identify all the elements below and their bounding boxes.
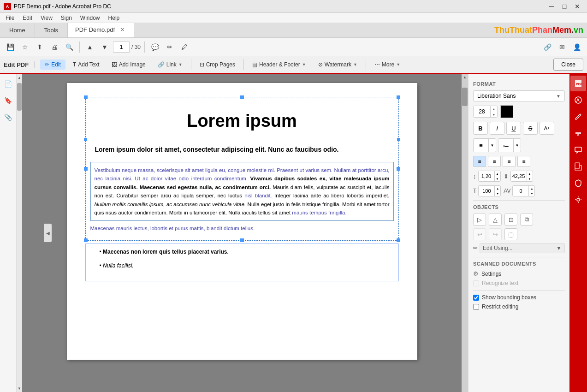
comment-btn[interactable]: 💬 — [148, 41, 161, 53]
tab-home[interactable]: Home — [0, 23, 35, 37]
superscript-btn[interactable]: A+ — [540, 122, 554, 135]
text-color-box[interactable] — [500, 105, 513, 118]
selected-text-box[interactable]: Lorem ipsum Lorem ipsum dolor sit amet, … — [85, 97, 399, 241]
kerning-input[interactable]: ▲ ▼ — [512, 185, 535, 196]
search-btn[interactable]: 🔍 — [63, 41, 76, 53]
handle-inner-left[interactable] — [84, 138, 87, 141]
strip-share-btn[interactable]: A — [570, 92, 586, 108]
pdf-right-scrollbar[interactable]: ▲ — [462, 74, 468, 392]
line-spacing-value[interactable] — [479, 171, 494, 181]
scale-input[interactable]: ▲ ▼ — [478, 185, 501, 196]
underline-btn[interactable]: U — [506, 122, 521, 135]
strip-comment-btn[interactable] — [570, 142, 586, 158]
line-spacing-spin[interactable]: ▲ ▼ — [494, 171, 500, 181]
para-spacing-value[interactable] — [511, 171, 527, 181]
body-text-box[interactable]: Vestibulum neque massa, scelerisque sit … — [90, 162, 394, 221]
save-btn[interactable]: 💾 — [4, 41, 17, 53]
edit-tool-link[interactable]: 🔗 Link ▼ — [153, 59, 187, 70]
edit-tool-header[interactable]: ▤ Header & Footer ▼ — [248, 59, 311, 70]
close-window-btn[interactable]: ✕ — [571, 2, 583, 11]
sidebar-pages-btn[interactable]: 📄 — [2, 77, 15, 90]
handle-tl[interactable] — [84, 95, 88, 99]
window-controls[interactable]: ─ □ ✕ — [545, 2, 583, 11]
italic-btn[interactable]: I — [490, 122, 504, 135]
strip-export-btn[interactable] — [570, 159, 586, 174]
share-btn[interactable]: 🔗 — [541, 41, 554, 53]
restrict-editing-checkbox[interactable] — [473, 304, 479, 310]
tab-pdf-close[interactable]: ✕ — [119, 26, 126, 34]
strip-tools-btn[interactable] — [570, 192, 586, 208]
strip-pdf-btn[interactable]: PDF — [570, 76, 586, 91]
page-input[interactable] — [113, 42, 130, 53]
font-size-down[interactable]: ▼ — [491, 112, 497, 117]
sidebar-bookmark-btn[interactable]: 🔖 — [2, 94, 15, 107]
obj-crop-obj-btn[interactable]: ⊡ — [504, 214, 517, 226]
edit-tool-add-image[interactable]: 🖼 Add Image — [107, 59, 150, 70]
kerning-up[interactable]: ▲ — [529, 186, 534, 191]
scale-spin[interactable]: ▲ ▼ — [494, 186, 500, 196]
minimize-btn[interactable]: ─ — [545, 2, 557, 11]
vertical-scrollbar[interactable]: ▲ ▼ — [17, 74, 22, 392]
email-btn[interactable]: ✉ — [556, 41, 569, 53]
show-bounding-boxes-checkbox[interactable] — [473, 295, 479, 301]
scroll-up-btn[interactable]: ▲ — [17, 74, 22, 81]
scale-value[interactable] — [479, 186, 494, 196]
align-center-btn[interactable]: ≡ — [488, 156, 501, 167]
para-spacing-up[interactable]: ▲ — [527, 171, 533, 176]
edit-tool-edit[interactable]: ✏ Edit — [40, 59, 65, 70]
tab-tools[interactable]: Tools — [35, 23, 68, 37]
scale-up[interactable]: ▲ — [495, 186, 500, 191]
strikethrough-btn[interactable]: S — [523, 122, 538, 135]
obj-arrange-btn[interactable]: ⧉ — [520, 214, 533, 226]
font-size-input[interactable] — [474, 106, 490, 117]
next-page-btn[interactable]: ▼ — [98, 41, 111, 53]
para-spacing-input[interactable]: ▲ ▼ — [510, 171, 533, 182]
handle-top-center[interactable] — [240, 95, 244, 99]
obj-tag-btn[interactable]: ⬚ — [504, 228, 517, 240]
kerning-value[interactable] — [513, 186, 528, 196]
menu-file[interactable]: File — [2, 14, 18, 22]
edit-tool-crop[interactable]: ⊡ Crop Pages — [195, 59, 240, 70]
pdf-scroll-thumb[interactable] — [462, 88, 468, 106]
ordered-list-arrow[interactable]: ▼ — [513, 139, 521, 152]
font-size-spin[interactable]: ▲ ▼ — [490, 106, 497, 117]
font-size-up[interactable]: ▲ — [491, 106, 497, 112]
menu-edit[interactable]: Edit — [19, 14, 36, 22]
strip-highlight-btn[interactable]: A — [570, 125, 586, 141]
edit-tool-add-text[interactable]: T Add Text — [68, 59, 104, 70]
unordered-list-arrow[interactable]: ▼ — [488, 139, 496, 152]
prev-page-btn[interactable]: ▲ — [83, 41, 96, 53]
align-justify-btn[interactable]: ≡ — [517, 156, 530, 167]
line-spacing-up[interactable]: ▲ — [495, 171, 500, 176]
para-spacing-down[interactable]: ▼ — [527, 176, 533, 181]
line-spacing-input[interactable]: ▲ ▼ — [478, 171, 501, 182]
bold-btn[interactable]: B — [473, 122, 488, 135]
obj-redo-btn[interactable]: ↪ — [489, 228, 502, 240]
tab-pdf[interactable]: PDF Demo.pdf ✕ — [68, 23, 134, 37]
menu-sign[interactable]: Sign — [57, 14, 76, 22]
print-btn[interactable]: 🖨 — [48, 41, 61, 53]
strip-edit-btn[interactable] — [570, 109, 586, 125]
menu-window[interactable]: Window — [77, 14, 104, 22]
handle-tr[interactable] — [397, 95, 400, 99]
line-spacing-down[interactable]: ▼ — [495, 176, 500, 181]
menu-help[interactable]: Help — [105, 14, 124, 22]
handle-right-center[interactable] — [397, 167, 400, 171]
handle-br[interactable] — [397, 238, 400, 242]
recognize-text-checkbox[interactable] — [473, 280, 479, 286]
font-size-control[interactable]: ▲ ▼ — [473, 106, 498, 118]
obj-select-btn[interactable]: ▷ — [473, 214, 486, 226]
pen-btn[interactable]: ✏ — [163, 41, 176, 53]
align-right-btn[interactable]: ≡ — [503, 156, 516, 167]
user-btn[interactable]: 👤 — [570, 41, 583, 53]
kerning-spin[interactable]: ▲ ▼ — [528, 186, 534, 196]
obj-undo-btn[interactable]: ↩ — [473, 228, 486, 240]
settings-link[interactable]: Settings — [481, 271, 501, 277]
sign-btn[interactable]: 🖊 — [178, 41, 191, 53]
obj-flip-btn[interactable]: △ — [489, 214, 502, 226]
handle-left-center[interactable] — [84, 167, 88, 171]
strip-protect-btn[interactable] — [570, 175, 586, 191]
handle-bl[interactable] — [84, 238, 88, 242]
edit-tool-more[interactable]: ⋯ More ▼ — [370, 59, 405, 70]
unordered-list-btn[interactable]: ≡ — [474, 139, 488, 152]
